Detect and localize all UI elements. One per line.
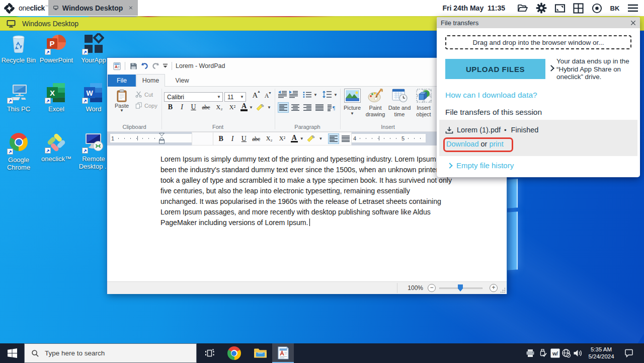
date-time-button[interactable]: Date and time bbox=[388, 89, 411, 117]
subscript-button[interactable]: X₂ bbox=[263, 135, 276, 142]
paragraph-dialog-button[interactable]: ¶ bbox=[326, 102, 337, 113]
ruler-number: 4 bbox=[353, 135, 356, 141]
network-globe-tray-icon[interactable] bbox=[561, 343, 571, 363]
font-size-select[interactable]: 11▼ bbox=[224, 92, 246, 102]
tab-windows-desktop[interactable]: Windows Desktop bbox=[48, 0, 138, 16]
decrease-indent-button[interactable] bbox=[278, 91, 287, 99]
volume-tray-icon[interactable] bbox=[573, 343, 584, 363]
files-icon[interactable] bbox=[513, 0, 532, 16]
zoom-out-button[interactable]: − bbox=[428, 284, 436, 292]
usb-tray-icon[interactable] bbox=[538, 343, 548, 363]
highlight-button[interactable] bbox=[305, 135, 319, 142]
desktop-icon-oneclick[interactable]: oneclick™ bbox=[38, 132, 75, 163]
italic-button[interactable]: I bbox=[176, 103, 188, 111]
taskbar-wordpad-button[interactable] bbox=[272, 343, 294, 363]
superscript-button[interactable]: X² bbox=[226, 104, 239, 111]
tab-home[interactable]: Home bbox=[136, 74, 165, 87]
tab-view[interactable]: View bbox=[170, 75, 194, 87]
superscript-button[interactable]: X² bbox=[276, 135, 289, 142]
font-color-button[interactable]: A bbox=[239, 103, 249, 111]
line-spacing-dropdown[interactable]: ▼ bbox=[334, 93, 338, 97]
italic-button[interactable]: I bbox=[227, 135, 238, 143]
customize-qat-icon[interactable] bbox=[161, 60, 169, 71]
underline-button[interactable]: U bbox=[188, 103, 199, 111]
start-button[interactable] bbox=[0, 343, 24, 363]
search-input[interactable] bbox=[45, 349, 171, 357]
desktop-icon-excel[interactable]: X Excel bbox=[38, 82, 75, 113]
record-icon[interactable] bbox=[588, 0, 606, 16]
zoom-slider-handle[interactable] bbox=[458, 284, 463, 292]
highlight-button[interactable] bbox=[254, 104, 267, 111]
bullets-button[interactable] bbox=[303, 91, 312, 99]
desktop-icon-this-pc[interactable]: This PC bbox=[0, 82, 37, 113]
indent-marker[interactable] bbox=[159, 133, 165, 144]
transfers-title: File transfers bbox=[441, 19, 630, 27]
insert-object-button[interactable]: Insert object bbox=[412, 89, 435, 117]
browser-topbar: oneclick™ Windows Desktop Fri 24th May 1… bbox=[0, 0, 644, 16]
recycle-bin-icon bbox=[8, 33, 29, 54]
tray-time: 5:35 AM bbox=[591, 346, 612, 353]
bold-button[interactable]: B bbox=[215, 135, 227, 143]
transfers-close-icon[interactable] bbox=[630, 20, 636, 26]
font-family-select[interactable]: Calibri▼ bbox=[164, 92, 223, 102]
undo-icon[interactable] bbox=[139, 60, 150, 71]
font-color-dropdown[interactable]: ▼ bbox=[300, 136, 305, 141]
align-left-button[interactable] bbox=[278, 102, 289, 113]
user-initials[interactable]: BK bbox=[606, 5, 623, 12]
grow-font-button[interactable]: A▲ bbox=[250, 91, 260, 100]
transfers-header[interactable]: File transfers bbox=[437, 17, 640, 28]
underline-button[interactable]: U bbox=[238, 135, 250, 143]
tray-w-badge[interactable]: w/ bbox=[549, 343, 560, 363]
justify-button[interactable] bbox=[340, 133, 351, 144]
insert-picture-button[interactable]: Picture ▼ bbox=[341, 89, 364, 116]
resize-grip[interactable] bbox=[500, 287, 505, 293]
paste-button[interactable]: Paste ▼ bbox=[112, 89, 131, 120]
justify-button[interactable] bbox=[314, 102, 325, 113]
empty-file-history-link[interactable]: Empty file history bbox=[448, 161, 514, 170]
printer-tray-icon[interactable] bbox=[525, 343, 535, 363]
align-right-button[interactable] bbox=[302, 102, 313, 113]
shortcut-arrow-badge bbox=[7, 98, 13, 104]
dropzone[interactable]: Drag and drop into the browser window or… bbox=[445, 35, 631, 49]
action-center-icon[interactable] bbox=[623, 343, 635, 363]
wordpad-app-icon[interactable] bbox=[111, 60, 122, 71]
align-center-button[interactable] bbox=[290, 102, 301, 113]
line-spacing-button[interactable] bbox=[322, 91, 332, 99]
redo-icon[interactable] bbox=[150, 60, 161, 71]
desktop-icon-recycle-bin[interactable]: Recycle Bin bbox=[0, 33, 37, 64]
download-help-link[interactable]: How can I download data? bbox=[445, 91, 537, 100]
bold-button[interactable]: B bbox=[165, 103, 176, 111]
apps-grid-icon[interactable] bbox=[569, 0, 588, 16]
bullets-dropdown[interactable]: ▼ bbox=[313, 93, 317, 97]
font-color-dropdown[interactable]: ▼ bbox=[249, 105, 254, 110]
save-icon[interactable] bbox=[128, 60, 139, 71]
paint-drawing-button[interactable]: Paint drawing bbox=[364, 89, 387, 117]
font-color-button[interactable]: A bbox=[289, 135, 300, 143]
taskbar-chrome-button[interactable] bbox=[226, 343, 242, 363]
zoom-level: 100% bbox=[403, 284, 423, 292]
menu-icon[interactable] bbox=[623, 0, 642, 16]
highlight-dropdown[interactable]: ▼ bbox=[267, 105, 272, 110]
tab-file[interactable]: File bbox=[108, 75, 136, 87]
settings-gear-icon[interactable] bbox=[532, 0, 550, 16]
taskbar-search[interactable] bbox=[24, 343, 197, 363]
align-left-button[interactable] bbox=[328, 133, 339, 144]
strikethrough-button[interactable]: abc bbox=[250, 136, 263, 142]
cut-button[interactable]: Cut bbox=[135, 91, 153, 98]
zoom-in-button[interactable]: + bbox=[490, 284, 498, 292]
taskbar-explorer-button[interactable] bbox=[253, 343, 268, 363]
task-view-button[interactable] bbox=[202, 343, 217, 363]
upload-files-button[interactable]: UPLOAD FILES bbox=[445, 59, 545, 79]
taskbar-clock[interactable]: 5:35 AM 5/24/2024 bbox=[584, 343, 619, 363]
copy-button[interactable]: Copy bbox=[135, 102, 157, 109]
shrink-font-button[interactable]: A▼ bbox=[262, 92, 271, 100]
fullscreen-icon[interactable] bbox=[550, 0, 569, 16]
strikethrough-button[interactable]: abc bbox=[199, 104, 213, 110]
tab-close-icon[interactable] bbox=[129, 4, 133, 12]
desktop-icon-google-chrome[interactable]: Google Chrome bbox=[0, 132, 37, 171]
desktop-icon-powerpoint[interactable]: P PowerPoint bbox=[38, 33, 75, 64]
highlight-dropdown[interactable]: ▼ bbox=[318, 136, 324, 141]
subscript-button[interactable]: X₂ bbox=[213, 104, 226, 111]
increase-indent-button[interactable] bbox=[289, 91, 298, 99]
document-line-text: PageMaker including versions of Lorem Ip… bbox=[160, 219, 308, 227]
